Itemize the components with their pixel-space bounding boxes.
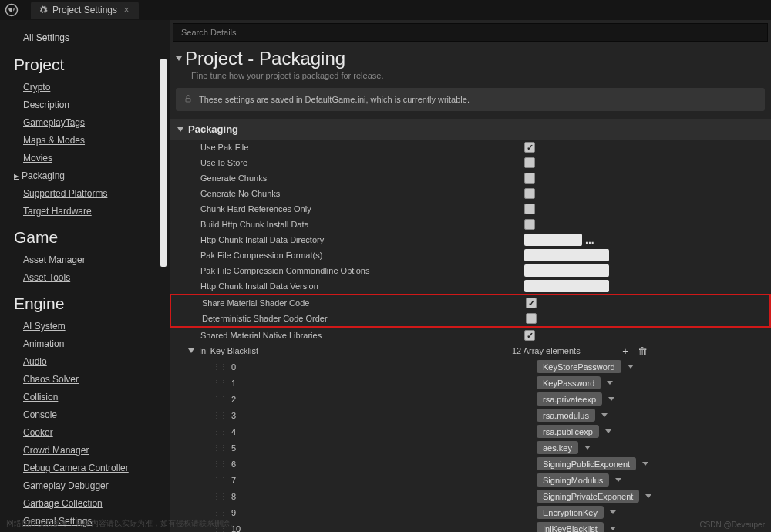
section-packaging[interactable]: Packaging bbox=[170, 119, 771, 140]
sidebar-item-asset-tools[interactable]: Asset Tools bbox=[14, 269, 170, 287]
sidebar-item-asset-manager[interactable]: Asset Manager bbox=[14, 251, 170, 269]
browse-button[interactable]: ... bbox=[585, 234, 594, 246]
caret-down-icon[interactable] bbox=[188, 348, 194, 353]
drag-grip-icon[interactable]: ⋮⋮ bbox=[213, 443, 227, 452]
array-index: 7 bbox=[231, 476, 236, 485]
drag-grip-icon[interactable]: ⋮⋮ bbox=[213, 492, 227, 500]
page-subtitle: Fine tune how your project is packaged f… bbox=[170, 71, 771, 88]
property-label: Pak File Compression Format(s) bbox=[200, 251, 524, 260]
value-tag[interactable]: rsa.privateexp bbox=[537, 392, 602, 406]
tab-project-settings[interactable]: Project Settings × bbox=[31, 2, 139, 19]
chevron-down-icon[interactable] bbox=[584, 446, 591, 450]
sidebar-item-crypto[interactable]: Crypto bbox=[14, 79, 170, 96]
chevron-down-icon[interactable] bbox=[601, 413, 608, 417]
drag-grip-icon[interactable]: ⋮⋮ bbox=[213, 476, 227, 484]
search-input[interactable]: Search Details bbox=[173, 23, 768, 42]
drag-grip-icon[interactable]: ⋮⋮ bbox=[213, 427, 227, 436]
property-row: Use Pak File bbox=[170, 140, 771, 155]
content-panel: Search Details Project - Packaging Fine … bbox=[170, 20, 771, 532]
checkbox[interactable] bbox=[526, 313, 537, 324]
unreal-logo-icon bbox=[0, 0, 23, 20]
svg-rect-1 bbox=[186, 99, 190, 103]
chevron-down-icon[interactable] bbox=[608, 397, 614, 401]
sidebar-item-packaging[interactable]: Packaging bbox=[14, 167, 170, 185]
value-tag[interactable]: SigningPrivateExponent bbox=[537, 490, 639, 503]
property-label: ⋮⋮ 9 bbox=[213, 508, 537, 517]
value-tag[interactable]: KeyStorePassword bbox=[537, 360, 621, 373]
sidebar-item-gameplay-debugger[interactable]: Gameplay Debugger bbox=[14, 477, 170, 495]
checkbox[interactable] bbox=[526, 298, 537, 308]
sidebar-item-gameplaytags[interactable]: GameplayTags bbox=[14, 114, 170, 132]
sidebar-item-target-hardware[interactable]: Target Hardware bbox=[14, 203, 170, 221]
sidebar-item-chaos-solver[interactable]: Chaos Solver bbox=[14, 371, 170, 389]
sidebar-item-collision[interactable]: Collision bbox=[14, 389, 170, 406]
property-label: Deterministic Shader Code Order bbox=[202, 314, 526, 323]
drag-grip-icon[interactable]: ⋮⋮ bbox=[213, 395, 227, 403]
property-row: Use Io Store bbox=[170, 155, 771, 170]
sidebar-item-supported-platforms[interactable]: Supported Platforms bbox=[14, 185, 170, 203]
chevron-down-icon[interactable] bbox=[607, 381, 613, 385]
sidebar-heading: Engine bbox=[14, 287, 170, 318]
checkbox[interactable] bbox=[524, 157, 535, 168]
value-tag[interactable]: aes.key bbox=[537, 441, 578, 454]
text-input[interactable] bbox=[524, 280, 609, 292]
checkbox[interactable] bbox=[524, 204, 535, 214]
sidebar-scrollbar[interactable] bbox=[160, 59, 167, 267]
sidebar-item-animation[interactable]: Animation bbox=[14, 335, 170, 353]
property-row: Deterministic Shader Code Order bbox=[171, 311, 769, 326]
value-tag[interactable]: SigningPublicExponent bbox=[537, 457, 636, 470]
sidebar-item-debug-camera-controller[interactable]: Debug Camera Controller bbox=[14, 460, 170, 477]
sidebar-item-crowd-manager[interactable]: Crowd Manager bbox=[14, 442, 170, 460]
sidebar-item-console[interactable]: Console bbox=[14, 406, 170, 424]
drag-grip-icon[interactable]: ⋮⋮ bbox=[213, 362, 227, 371]
sidebar-item-garbage-collection[interactable]: Garbage Collection bbox=[14, 495, 170, 513]
close-icon[interactable]: × bbox=[122, 5, 131, 15]
property-label: Chunk Hard References Only bbox=[200, 204, 524, 214]
sidebar-item-cooker[interactable]: Cooker bbox=[14, 424, 170, 442]
chevron-down-icon[interactable] bbox=[615, 478, 621, 482]
property-row: ⋮⋮ 1KeyPassword bbox=[170, 375, 771, 391]
value-tag[interactable]: IniKeyBlacklist bbox=[537, 522, 604, 532]
sidebar-item-maps-modes[interactable]: Maps & Modes bbox=[14, 132, 170, 150]
property-row: Pak File Compression Commandline Options bbox=[170, 263, 771, 278]
array-index: 5 bbox=[231, 443, 236, 453]
caret-down-icon bbox=[177, 127, 183, 132]
property-label: ⋮⋮ 0 bbox=[213, 362, 537, 372]
value-tag[interactable]: SigningModulus bbox=[537, 473, 609, 487]
drag-grip-icon[interactable]: ⋮⋮ bbox=[213, 379, 227, 387]
sidebar: All Settings ProjectCryptoDescriptionGam… bbox=[0, 20, 170, 532]
sidebar-item-ai-system[interactable]: AI System bbox=[14, 318, 170, 335]
watermark-left: 网络图片仅供参考，具体内容请以实际为准，如有侵权请联系删除。 bbox=[6, 518, 237, 529]
caret-down-icon[interactable] bbox=[176, 56, 182, 61]
drag-grip-icon[interactable]: ⋮⋮ bbox=[213, 460, 227, 468]
drag-grip-icon[interactable]: ⋮⋮ bbox=[213, 411, 227, 419]
chevron-down-icon[interactable] bbox=[605, 429, 611, 433]
value-tag[interactable]: EncryptionKey bbox=[537, 506, 604, 519]
trash-icon[interactable]: 🗑 bbox=[637, 345, 648, 356]
sidebar-all-settings[interactable]: All Settings bbox=[14, 28, 170, 48]
property-row: ⋮⋮ 6SigningPublicExponent bbox=[170, 456, 771, 472]
chevron-down-icon[interactable] bbox=[645, 494, 651, 498]
text-input[interactable] bbox=[524, 264, 609, 277]
checkbox[interactable] bbox=[524, 188, 535, 199]
drag-grip-icon[interactable]: ⋮⋮ bbox=[213, 508, 227, 517]
value-tag[interactable]: rsa.modulus bbox=[537, 409, 595, 422]
sidebar-item-movies[interactable]: Movies bbox=[14, 150, 170, 167]
property-row: ⋮⋮ 3rsa.modulus bbox=[170, 407, 771, 423]
sidebar-item-description[interactable]: Description bbox=[14, 96, 170, 114]
add-icon[interactable]: + bbox=[620, 345, 631, 356]
chevron-down-icon[interactable] bbox=[610, 527, 616, 530]
chevron-down-icon[interactable] bbox=[610, 510, 616, 514]
sidebar-item-audio[interactable]: Audio bbox=[14, 353, 170, 371]
checkbox[interactable] bbox=[524, 219, 535, 230]
value-tag[interactable]: KeyPassword bbox=[537, 376, 601, 389]
text-input[interactable] bbox=[524, 249, 609, 261]
checkbox[interactable] bbox=[524, 330, 535, 341]
chevron-down-icon[interactable] bbox=[628, 365, 634, 369]
chevron-down-icon[interactable] bbox=[642, 462, 648, 466]
value-tag[interactable]: rsa.publicexp bbox=[537, 425, 599, 438]
checkbox[interactable] bbox=[524, 142, 535, 153]
checkbox[interactable] bbox=[524, 173, 535, 184]
text-input[interactable] bbox=[524, 234, 582, 246]
property-label: ⋮⋮ 3 bbox=[213, 411, 537, 420]
